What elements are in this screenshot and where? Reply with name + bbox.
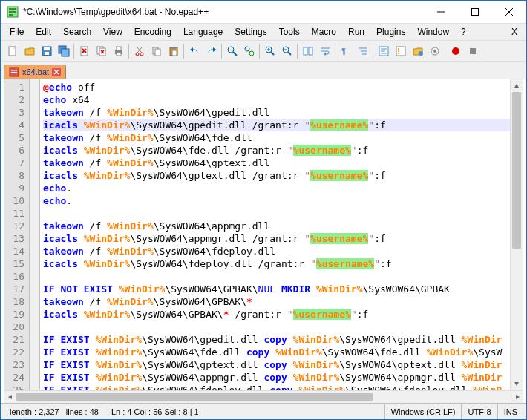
editor[interactable]: 1234567891011121314151617181920212223242…	[4, 79, 523, 390]
zoom-in-button[interactable]	[261, 42, 278, 59]
close-file-button[interactable]	[76, 42, 93, 59]
save-all-button[interactable]	[55, 42, 72, 59]
code-line[interactable]: takeown /f %WinDir%\SysWOW64\GPBAK\*	[43, 295, 510, 308]
monitoring-button[interactable]	[426, 42, 443, 59]
menu-tools[interactable]: Tools	[273, 25, 306, 39]
zoom-out-button[interactable]	[278, 42, 295, 59]
sync-scroll-button[interactable]	[299, 42, 316, 59]
cut-button[interactable]	[131, 42, 148, 59]
code-line[interactable]: icacls %WinDir%\SysWOW64\GPBAK\* /grant:…	[43, 308, 510, 321]
svg-point-66	[433, 50, 436, 53]
line-number: 19	[6, 308, 24, 321]
code-line[interactable]: @echo off	[43, 81, 510, 93]
code-line[interactable]	[43, 207, 510, 220]
macro-stop-button[interactable]	[464, 42, 481, 59]
code-line[interactable]: takeown /f %WinDir%\SysWOW64\appmgr.dll	[43, 220, 510, 232]
scroll-right-button[interactable]	[511, 391, 523, 403]
tab-close-button[interactable]	[52, 68, 61, 76]
menu-settings[interactable]: Settings	[229, 25, 272, 39]
close-doc-button[interactable]: X	[505, 25, 523, 39]
open-file-button[interactable]	[21, 42, 38, 59]
svg-rect-2	[9, 11, 16, 13]
code-line[interactable]: IF NOT EXIST %WinDir%\SysWOW64\GPBAK\NUL…	[43, 283, 510, 295]
print-button[interactable]	[110, 42, 127, 59]
line-number: 11	[6, 207, 24, 220]
svg-rect-5	[472, 9, 479, 16]
code-line[interactable]: IF EXIST %WinDir%\SysWOW64\gpedit.dll co…	[43, 333, 510, 346]
save-button[interactable]	[38, 42, 55, 59]
new-file-button[interactable]	[4, 42, 21, 59]
tab-x64bat[interactable]: x64.bat	[4, 65, 66, 79]
folder-workspace-button[interactable]	[409, 42, 426, 59]
macro-record-button[interactable]	[447, 42, 464, 59]
status-eol[interactable]: Windows (CR LF)	[385, 404, 462, 419]
menu-edit[interactable]: Edit	[30, 25, 57, 39]
svg-rect-24	[117, 53, 121, 56]
code-line[interactable]: takeown /f %WinDir%\SysWOW64\gptext.dll	[43, 157, 510, 169]
svg-point-67	[452, 47, 459, 55]
replace-button[interactable]	[240, 42, 258, 59]
window-title: *C:\Windows\Temp\gpedit\x64.bat - Notepa…	[23, 7, 424, 17]
code-line[interactable]: icacls %WinDir%\SysWOW64\gptext.dll /gra…	[43, 169, 510, 182]
code-line[interactable]: takeown /f %WinDir%\SysWOW64\fde.dll	[43, 131, 510, 144]
svg-line-47	[288, 52, 291, 55]
code-line[interactable]: IF EXIST %WinDir%\SysWOW64\appmgr.dll co…	[43, 371, 510, 384]
horizontal-scrollbar[interactable]	[4, 390, 523, 403]
code-line[interactable]: takeown /f %WinDir%\SysWOW64\gpedit.dll	[43, 106, 510, 119]
code-line[interactable]: takeown /f %WinDir%\SysWOW64\fdeploy.dll	[43, 245, 510, 257]
vertical-scrollbar[interactable]	[510, 79, 523, 390]
code-line[interactable]: icacls %WinDir%\SysWOW64\fdeploy.dll /gr…	[43, 257, 510, 270]
line-number: 23	[6, 358, 24, 371]
code-line[interactable]: IF EXIST %WinDir%\SysWOW64\fde.dll copy …	[43, 346, 510, 358]
status-mode[interactable]: INS	[498, 404, 523, 419]
line-number: 24	[6, 371, 24, 384]
code-line[interactable]: IF EXIST %WinDir%\SysWOW64\gptext.dll co…	[43, 358, 510, 371]
code-line[interactable]: IF EXIST %WinDir%\SysWOW64\fdeploy.dll c…	[43, 384, 510, 390]
scroll-thumb[interactable]	[512, 92, 521, 249]
paste-button[interactable]	[165, 42, 182, 59]
menu-window[interactable]: Window	[411, 25, 455, 39]
doc-map-button[interactable]	[375, 42, 392, 59]
close-button[interactable]	[492, 1, 526, 23]
menu-run[interactable]: Run	[342, 25, 370, 39]
wordwrap-button[interactable]	[316, 42, 333, 59]
status-encoding[interactable]: UTF-8	[462, 404, 497, 419]
menu-plugins[interactable]: Plugins	[370, 25, 411, 39]
code-area[interactable]: @echo offecho x64takeown /f %WinDir%\Sys…	[40, 79, 510, 390]
code-line[interactable]: icacls %WinDir%\SysWOW64\appmgr.dll /gra…	[43, 232, 510, 245]
scroll-thumb-h[interactable]	[16, 393, 373, 401]
menu-language[interactable]: Language	[177, 25, 229, 39]
menu-macro[interactable]: Macro	[306, 25, 342, 39]
undo-button[interactable]	[186, 42, 203, 59]
menu-help[interactable]: ?	[455, 25, 472, 39]
scroll-down-button[interactable]	[511, 377, 523, 390]
redo-button[interactable]	[203, 42, 220, 59]
find-button[interactable]	[223, 42, 240, 59]
code-line[interactable]: icacls %WinDir%\SysWOW64\gpedit.dll /gra…	[43, 119, 510, 131]
menu-encoding[interactable]: Encoding	[128, 25, 177, 39]
code-line[interactable]: echo.	[43, 194, 510, 207]
code-line[interactable]: icacls %WinDir%\SysWOW64\fde.dll /grant:…	[43, 144, 510, 157]
indent-guide-button[interactable]	[354, 42, 371, 59]
line-number: 7	[6, 157, 24, 169]
svg-marker-76	[8, 395, 12, 399]
maximize-button[interactable]	[458, 1, 492, 23]
function-list-button[interactable]	[392, 42, 409, 59]
code-line[interactable]: echo.	[43, 182, 510, 194]
menu-file[interactable]: File	[4, 25, 30, 39]
close-all-button[interactable]	[93, 42, 110, 59]
svg-marker-75	[514, 382, 519, 386]
svg-point-61	[398, 48, 399, 50]
copy-button[interactable]	[148, 42, 165, 59]
code-line[interactable]	[43, 321, 510, 333]
svg-marker-74	[514, 84, 519, 88]
scroll-left-button[interactable]	[4, 391, 16, 403]
menu-view[interactable]: View	[97, 25, 128, 39]
code-line[interactable]: echo x64	[43, 93, 510, 106]
show-all-chars-button[interactable]: ¶	[337, 42, 354, 59]
scroll-up-button[interactable]	[511, 79, 523, 92]
menu-search[interactable]: Search	[57, 25, 97, 39]
code-line[interactable]	[43, 270, 510, 283]
status-position: Ln : 4 Col : 56 Sel : 8 | 1	[105, 404, 385, 419]
minimize-button[interactable]	[424, 1, 458, 23]
